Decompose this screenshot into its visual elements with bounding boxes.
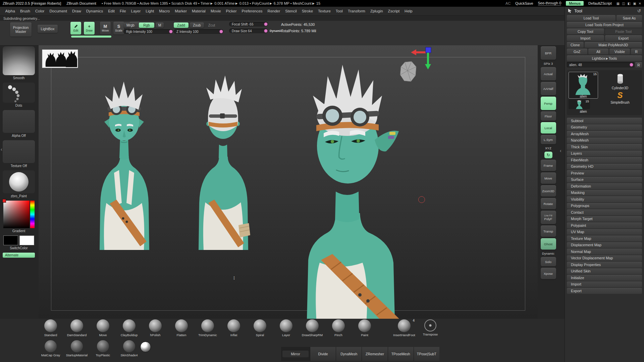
reset-panel-icon[interactable]: ↺ — [637, 8, 641, 13]
right-rail-button[interactable]: SPix 3 — [541, 61, 556, 66]
current-material[interactable]: zbro_Paint — [2, 170, 36, 198]
menu-item[interactable]: Alpha — [3, 8, 17, 14]
default-zscript-button[interactable]: DefaultZScript — [588, 1, 612, 5]
tool-thumb-cylinder3d[interactable] — [611, 72, 629, 86]
slider-handle[interactable] — [630, 63, 633, 66]
menu-item[interactable]: Tool — [333, 8, 345, 14]
tool-subpalette-row[interactable]: Initialize — [567, 275, 642, 281]
maximize-icon[interactable]: ▣ — [633, 2, 636, 5]
brush-item[interactable]: Inflat — [221, 319, 247, 337]
rgb-button[interactable]: Rgb — [139, 22, 154, 28]
current-alpha[interactable]: Alpha Off — [2, 110, 36, 138]
tool-subpalette-row[interactable]: Thick Skin — [567, 144, 642, 150]
edit-mode-button[interactable]: Edit — [70, 22, 81, 35]
menu-item[interactable]: Edit — [106, 8, 117, 14]
tool-subpalette-row[interactable]: Import — [567, 281, 642, 288]
close-icon[interactable]: ✕ — [639, 2, 641, 5]
right-rail-button[interactable]: AAHalf — [541, 82, 556, 95]
import-button[interactable]: Import — [567, 35, 604, 41]
menu-item[interactable]: Stencil — [283, 8, 300, 14]
menu-item[interactable]: Preferences — [239, 8, 265, 14]
tool-subpalette-row[interactable]: Subtool — [567, 118, 642, 124]
save-as-button[interactable]: Save As — [616, 15, 642, 21]
scale-mode-button[interactable]: S Scale — [113, 22, 124, 35]
right-rail-button[interactable]: Zoom3D — [541, 185, 556, 197]
brush-item[interactable]: 4 InsertHandFoot — [391, 319, 417, 337]
alternate-button[interactable]: Alternate — [3, 253, 35, 258]
layout-grid-icon[interactable]: ▦ — [616, 2, 620, 5]
brush-item[interactable]: DamStandard — [64, 319, 90, 337]
projection-master-button[interactable]: Projection Master — [10, 22, 32, 37]
export-button[interactable]: Export — [605, 35, 642, 41]
geometry-action-button[interactable]: TPose|SubT — [414, 347, 439, 361]
tool-subpalette-row[interactable]: Unified Skin — [567, 268, 642, 274]
left-tray-scroll-icon[interactable]: ‹ — [1, 147, 2, 152]
geometry-action-button[interactable]: DynaMesh — [336, 347, 362, 361]
brush-item[interactable]: TrimDynamic — [195, 319, 221, 337]
menu-item[interactable]: Picker — [223, 8, 239, 14]
material-preview-sphere[interactable] — [140, 342, 151, 352]
tool-subpalette-row[interactable]: Normal Map — [567, 249, 642, 255]
quicksave-button[interactable]: QuickSave — [515, 1, 533, 5]
slider-handle[interactable] — [264, 23, 267, 26]
menu-item[interactable]: Render — [265, 8, 283, 14]
draw-size-slider[interactable]: Draw Size 64 — [229, 29, 268, 33]
slider-handle[interactable] — [220, 30, 223, 33]
rgb-intensity-slider[interactable]: Rgb Intensity 100 — [123, 29, 173, 34]
tool-subpalette-row[interactable]: Preview — [567, 170, 642, 176]
tool-thumb-alien-2[interactable]: 15 — [569, 99, 590, 109]
tool-thumb-alien-selected[interactable]: 15 alien — [569, 72, 598, 99]
load-tools-from-project-button[interactable]: Load Tools From Project — [567, 22, 642, 28]
brush-item[interactable]: Standard — [38, 319, 64, 337]
brush-item[interactable]: Transpose — [417, 319, 443, 337]
tool-subpalette-row[interactable]: Export — [567, 288, 642, 294]
tool-subpalette-row[interactable]: Geometry — [567, 124, 642, 131]
document-canvas[interactable]: ▲▼ — [39, 45, 538, 319]
material-item[interactable]: SkinShade4 — [116, 340, 142, 357]
material-item[interactable]: StartupMaterial — [64, 340, 90, 357]
menu-item[interactable]: Stroke — [299, 8, 315, 14]
menu-item[interactable]: Layer — [128, 8, 143, 14]
draw-mode-button[interactable]: + Draw — [84, 22, 95, 35]
menu-item[interactable]: Material — [190, 8, 208, 14]
menu-item[interactable]: Dynamics — [84, 8, 105, 14]
see-through-slider[interactable]: See-through 0 — [538, 1, 561, 6]
right-rail-button[interactable]: Move — [541, 172, 556, 184]
right-rail-button[interactable]: Persp — [541, 97, 556, 110]
clone-button[interactable]: Clone — [567, 42, 584, 48]
brush-item[interactable]: Layer — [273, 319, 299, 337]
load-tool-button[interactable]: Load Tool — [567, 15, 615, 21]
brush-item[interactable]: Move — [90, 319, 116, 337]
tool-subpalette-row[interactable]: UV Map — [567, 229, 642, 235]
brush-item[interactable]: Paint — [352, 319, 378, 337]
zsub-button[interactable]: Zsub — [190, 22, 204, 28]
dynamic-label[interactable]: Dynamic — [270, 29, 282, 33]
menus-toggle-button[interactable]: Menus — [566, 1, 584, 6]
right-rail-button[interactable]: Local — [541, 122, 556, 134]
right-rail-button[interactable]: Ghost — [541, 238, 556, 250]
menu-item[interactable]: Texture — [316, 8, 333, 14]
alpha-thumbnail[interactable] — [3, 110, 35, 133]
tool-subpalette-row[interactable]: Display Properties — [567, 262, 642, 268]
menu-item[interactable]: Draw — [69, 8, 84, 14]
current-brush[interactable]: Smooth — [2, 46, 36, 80]
tool-subpalette-row[interactable]: FiberMesh — [567, 157, 642, 163]
current-stroke[interactable]: Dots — [2, 83, 36, 107]
tool-subpalette-row[interactable]: NanoMesh — [567, 138, 642, 144]
tool-subpalette-row[interactable]: ArrayMesh — [567, 131, 642, 137]
slider-handle[interactable] — [264, 30, 267, 33]
brush-item[interactable]: Pinch — [325, 319, 352, 337]
mirror-button[interactable]: Mirror — [282, 351, 309, 357]
lightbox-tools-button[interactable]: Lightbox►Tools — [567, 55, 642, 61]
stroke-thumbnail[interactable] — [3, 83, 35, 103]
lightbox-button[interactable]: LightBox — [38, 25, 58, 33]
tool-subpalette-row[interactable]: Texture Map — [567, 236, 642, 242]
material-item[interactable]: MatCap Gray — [38, 340, 64, 357]
geometry-action-button[interactable]: ZRemesher — [362, 347, 387, 361]
goz-r-button[interactable]: R — [631, 49, 642, 54]
tray-scroll-arrows[interactable]: ▲▼ — [230, 275, 238, 280]
brush-item[interactable]: DrawSharpRM — [299, 319, 325, 337]
menu-item[interactable]: Help — [402, 8, 415, 14]
right-rail-button[interactable]: Frame — [541, 160, 556, 171]
menu-item[interactable]: Transform — [345, 8, 368, 14]
